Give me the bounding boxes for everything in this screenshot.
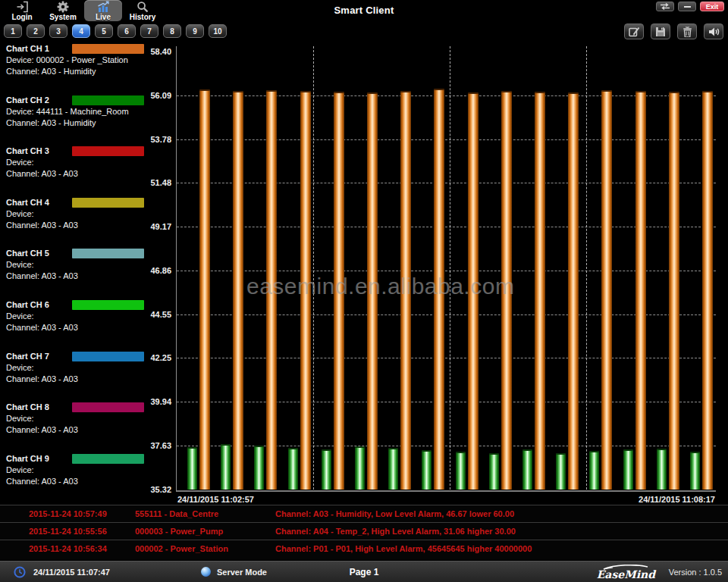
- alarm-row[interactable]: 2015-11-24 10:57:49555111 - Data_CentreC…: [0, 505, 728, 522]
- title-bar: Login System: [0, 0, 728, 22]
- speaker-icon: [708, 27, 720, 37]
- alarm-row[interactable]: 2015-11-24 10:55:56000003 - Power_PumpCh…: [0, 522, 728, 540]
- y-tick-label: 46.86: [150, 266, 171, 275]
- y-tick-label: 49.17: [150, 222, 171, 231]
- channel-entry-2[interactable]: Chart CH 2Device: 444111 - Machine_RoomC…: [6, 95, 144, 142]
- tab-1[interactable]: 1: [4, 24, 22, 38]
- save-button[interactable]: [651, 23, 670, 39]
- channel-entry-6[interactable]: Chart CH 6Device:Channel: A03 - A03: [6, 299, 144, 346]
- channel-channel: Channel: A03 - A03: [6, 476, 144, 487]
- edit-button[interactable]: [624, 23, 644, 39]
- channel-color-swatch: [72, 249, 144, 258]
- save-icon: [655, 27, 666, 37]
- tab-5[interactable]: 5: [95, 24, 113, 38]
- alarm-message: Channel: A04 - Temp_2, High Level Alarm,…: [275, 527, 728, 536]
- version-label: Version : 1.0.5: [669, 568, 722, 577]
- alarm-time: 2015-11-24 10:57:49: [0, 509, 135, 518]
- tab-8[interactable]: 8: [163, 24, 181, 38]
- chart-bar-ch2: [489, 453, 499, 490]
- channel-device: Device:: [6, 362, 144, 374]
- channel-entry-9[interactable]: Chart CH 9Device:Channel: A03 - A03: [6, 453, 144, 500]
- tab-10[interactable]: 10: [209, 24, 227, 38]
- chart-bar-ch2: [456, 452, 466, 490]
- channel-channel: Channel: A03 - A03: [6, 220, 144, 231]
- chart-bar-ch2: [221, 444, 231, 490]
- x-axis-end-time: 24/11/2015 11:08:17: [639, 495, 715, 504]
- channel-color-swatch: [72, 146, 144, 156]
- switch-icon[interactable]: [656, 2, 674, 11]
- alarm-message: Channel: P01 - P01, High Level Alarm, 45…: [275, 544, 728, 553]
- tab-bar: 12345678910: [0, 22, 728, 42]
- chart-bar-ch2: [254, 446, 264, 490]
- watermark: easemind.en.alibaba.com: [246, 274, 514, 299]
- app-title: Smart Client: [0, 5, 728, 16]
- tab-3[interactable]: 3: [49, 24, 67, 38]
- chart-bar-ch2: [589, 451, 599, 490]
- channel-channel: Channel: A03 - Humidity: [6, 66, 144, 77]
- v-gridline: [586, 46, 587, 490]
- channel-channel: Channel: A03 - A03: [6, 168, 144, 180]
- channel-channel: Channel: A03 - A03: [6, 424, 144, 436]
- action-buttons: [624, 23, 723, 39]
- v-gridline: [313, 46, 314, 490]
- chart-bar-ch1: [199, 89, 210, 490]
- alarm-row[interactable]: 2015-11-24 10:56:34000002 - Power_Statio…: [0, 540, 728, 557]
- channel-device: Device:: [6, 157, 144, 168]
- exit-button[interactable]: Exit: [700, 2, 724, 11]
- page-tabs: 12345678910: [4, 24, 227, 38]
- y-tick-label: 42.25: [150, 353, 171, 362]
- chart-bar-ch2: [623, 449, 633, 490]
- chart-bar-ch1: [702, 91, 713, 490]
- channel-entry-3[interactable]: Chart CH 3Device:Channel: A03 - A03: [6, 146, 144, 192]
- minimize-icon[interactable]: [678, 2, 696, 11]
- chart-bar-ch1: [669, 92, 679, 490]
- channel-device: Device: 444111 - Machine_Room: [6, 106, 144, 117]
- channel-device: Device:: [6, 208, 144, 220]
- channel-device: Device:: [6, 311, 144, 322]
- channel-entry-5[interactable]: Chart CH 5Device:Channel: A03 - A03: [6, 248, 144, 295]
- chart-bar-ch2: [657, 449, 667, 490]
- tab-2[interactable]: 2: [27, 24, 45, 38]
- sound-button[interactable]: [704, 23, 723, 39]
- chart-bar-ch1: [535, 92, 545, 490]
- channel-color-swatch: [72, 300, 144, 310]
- channel-channel: Channel: A03 - A03: [6, 322, 144, 333]
- chart-bar-ch1: [233, 91, 243, 490]
- y-tick-label: 58.40: [150, 47, 171, 56]
- delete-button[interactable]: [677, 23, 697, 39]
- chart-bar-ch2: [322, 449, 331, 490]
- chart-bar-ch2: [187, 447, 197, 490]
- channel-device: Device: 000002 - Power _Station: [6, 55, 144, 66]
- chart-bar-ch2: [690, 452, 700, 490]
- channel-entry-8[interactable]: Chart CH 8Device:Channel: A03 - A03: [6, 402, 144, 449]
- alarm-time: 2015-11-24 10:55:56: [0, 527, 135, 536]
- alarm-message: Channel: A03 - Humidity, Low Level Alarm…: [275, 509, 728, 518]
- v-gridline: [450, 46, 450, 490]
- tab-7[interactable]: 7: [140, 24, 158, 38]
- alarm-time: 2015-11-24 10:56:34: [0, 544, 135, 553]
- alarm-list: 2015-11-24 10:57:49555111 - Data_CentreC…: [0, 505, 728, 560]
- tab-9[interactable]: 9: [186, 24, 204, 38]
- y-axis: 58.4056.0953.7851.4849.1746.8644.5542.25…: [141, 46, 173, 495]
- y-tick-label: 44.55: [150, 310, 171, 319]
- channel-device: Device:: [6, 413, 144, 424]
- live-bar-chart[interactable]: easemind.en.alibaba.com: [176, 46, 716, 492]
- chart-bar-ch1: [635, 91, 646, 490]
- channel-entry-4[interactable]: Chart CH 4Device:Channel: A03 - A03: [6, 197, 144, 244]
- channel-entry-7[interactable]: Chart CH 7Device:Channel: A03 - A03: [6, 351, 144, 398]
- status-bar: 24/11/2015 11:07:47 Server Mode Page 1 E…: [0, 561, 728, 582]
- window-controls: Exit: [656, 2, 724, 11]
- chart-bar-ch2: [556, 453, 566, 490]
- channel-color-swatch: [72, 44, 144, 54]
- tab-4[interactable]: 4: [72, 24, 90, 38]
- y-tick-label: 37.63: [150, 441, 171, 450]
- y-tick-label: 35.32: [150, 485, 171, 494]
- smart-client-window: Login System: [0, 0, 728, 582]
- chart-bar-ch2: [422, 450, 431, 490]
- tab-6[interactable]: 6: [118, 24, 136, 38]
- channel-channel: Channel: A03 - A03: [6, 374, 144, 385]
- channel-entry-1[interactable]: Chart CH 1Device: 000002 - Power _Statio…: [6, 43, 144, 90]
- alarm-device: 000002 - Power_Station: [135, 544, 275, 553]
- alarm-device: 555111 - Data_Centre: [135, 509, 275, 518]
- channel-color-swatch: [72, 402, 144, 412]
